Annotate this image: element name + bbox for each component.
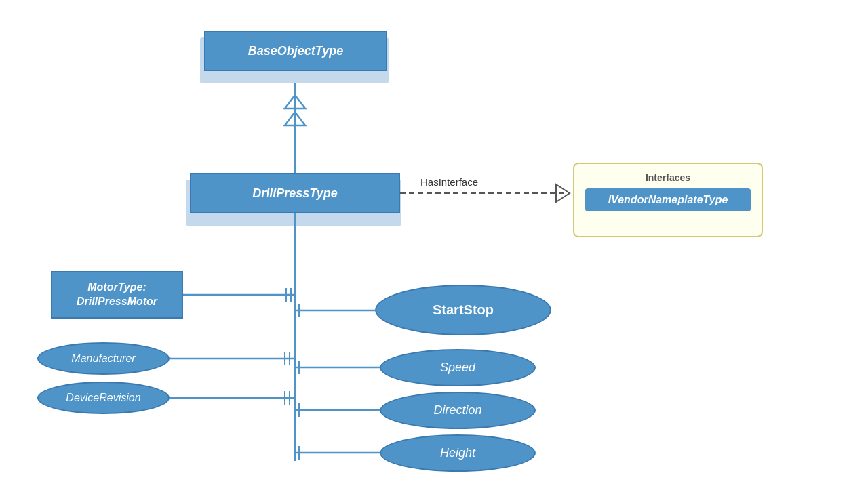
has-interface-label: HasInterface: [420, 176, 478, 188]
manufacturer-label: Manufacturer: [71, 352, 135, 365]
diagram-container: BaseObjectType DrillPressType MotorType:…: [0, 0, 868, 488]
device-revision-label: DeviceRevision: [66, 392, 140, 404]
manufacturer-node: Manufacturer: [37, 342, 170, 375]
svg-marker-7: [556, 184, 570, 202]
svg-marker-2: [285, 112, 305, 125]
motor-type-label: MotorType: DrillPressMotor: [77, 281, 157, 309]
interfaces-box: Interfaces IVendorNameplateType: [573, 163, 763, 237]
drill-press-type-node: DrillPressType: [190, 173, 400, 214]
has-interface-text: HasInterface: [420, 176, 478, 188]
height-node: Height: [380, 434, 536, 472]
interfaces-title: Interfaces: [585, 172, 751, 183]
direction-label: Direction: [433, 403, 481, 418]
svg-marker-1: [285, 95, 305, 108]
base-object-type-label: BaseObjectType: [248, 44, 343, 58]
height-label: Height: [440, 446, 475, 460]
drill-press-type-label: DrillPressType: [252, 186, 337, 201]
start-stop-label: StartStop: [433, 302, 494, 318]
start-stop-node: StartStop: [375, 285, 551, 336]
speed-node: Speed: [380, 349, 536, 386]
ivendor-nameplate-type-node: IVendorNameplateType: [585, 188, 751, 211]
device-revision-node: DeviceRevision: [37, 382, 170, 414]
base-object-type-node: BaseObjectType: [204, 30, 387, 71]
direction-node: Direction: [380, 392, 536, 429]
speed-label: Speed: [440, 361, 475, 375]
motor-type-node: MotorType: DrillPressMotor: [51, 271, 183, 319]
